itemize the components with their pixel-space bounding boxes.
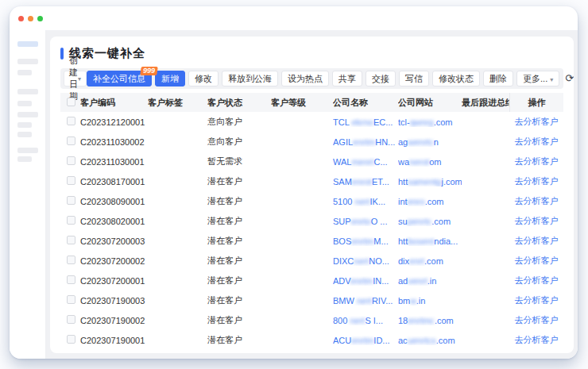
analyze-customer-link[interactable]: 去分析客户 <box>509 195 563 207</box>
sidebar-item-2[interactable] <box>17 70 32 75</box>
sidebar-item-7[interactable] <box>17 132 32 137</box>
cell-company-name: SUPenrtoO ... <box>333 217 398 226</box>
table-row: C202312120001意向客户TCL ekrnoEC...tcl-qwnrg… <box>60 112 563 132</box>
table-row: C202307200002潜在客户DIXCnertNO...dixenrt.co… <box>60 251 563 271</box>
cell-customer-status: 潜在客户 <box>207 195 271 207</box>
toolbar-button-6[interactable]: 写信 <box>399 71 429 86</box>
cell-text: BMW <box>333 296 357 306</box>
cell-text: EC... <box>373 117 393 127</box>
row-checkbox[interactable] <box>67 236 75 244</box>
cell-text: su <box>398 217 408 226</box>
refresh-icon[interactable]: ⟳ <box>563 71 574 86</box>
analyze-customer-link[interactable]: 去分析客户 <box>509 116 563 128</box>
row-checkbox[interactable] <box>67 295 75 304</box>
row-checkbox[interactable] <box>67 156 75 165</box>
toolbar-button-7[interactable]: 修改状态 <box>432 71 480 86</box>
action-cell: 去分析客户 <box>509 136 563 148</box>
cell-text: bm <box>398 296 410 306</box>
toolbar-button-3[interactable]: 设为热点 <box>281 71 329 86</box>
sidebar-item-8[interactable] <box>17 148 38 153</box>
cell-text: .com <box>425 197 444 206</box>
table-row: C202307190003潜在客户BMW nertRIV...bmw.in去分析… <box>60 290 563 310</box>
cell-customer-code: C202311030001 <box>80 157 148 167</box>
redacted-text: ekrno <box>351 117 373 127</box>
row-checkbox[interactable] <box>67 176 75 185</box>
row-checkbox[interactable] <box>67 275 75 284</box>
sidebar-item-9[interactable] <box>17 156 32 162</box>
close-window-icon[interactable] <box>18 16 24 21</box>
select-all-checkbox[interactable] <box>67 98 75 106</box>
analyze-customer-link[interactable]: 去分析客户 <box>509 136 563 148</box>
analyze-customer-link[interactable]: 去分析客户 <box>509 215 563 227</box>
sidebar-item-1[interactable] <box>17 59 38 64</box>
row-checkbox[interactable] <box>67 335 75 344</box>
cell-customer-status: 潜在客户 <box>207 235 271 247</box>
toolbar-button-4[interactable]: 共享 <box>332 71 362 86</box>
analyze-customer-link[interactable]: 去分析客户 <box>509 275 563 286</box>
row-checkbox[interactable] <box>67 117 75 125</box>
cell-text: 18 <box>398 316 408 325</box>
column-header-7: 最后跟进总结 <box>462 97 509 109</box>
complete-company-info-button[interactable]: 补全公司信息 999 <box>87 71 152 86</box>
cell-company-name: TCL ekrnoEC... <box>333 117 398 127</box>
cell-text: RIV... <box>372 296 393 306</box>
cell-text: 800 <box>333 316 350 325</box>
row-checkbox[interactable] <box>67 136 75 145</box>
table-header: 客户编码客户标签客户状态客户等级公司名称公司网站最后跟进总结操作 <box>60 93 563 112</box>
row-checkbox[interactable] <box>67 216 75 225</box>
cell-text: ndia... <box>434 236 458 246</box>
date-filter-select[interactable]: 创建日期 ▾ <box>64 71 87 86</box>
action-cell: 去分析客户 <box>509 175 563 187</box>
sidebar-item-6[interactable] <box>17 122 32 128</box>
redacted-text: nert <box>355 197 370 206</box>
cell-company-name: WALmenrtC... <box>333 157 398 167</box>
redacted-text: qwnrg <box>410 117 434 127</box>
row-checkbox[interactable] <box>67 315 75 324</box>
row-checkbox[interactable] <box>67 196 75 205</box>
minimize-window-icon[interactable] <box>28 16 33 21</box>
more-button[interactable]: 更多... ▾ <box>516 71 559 86</box>
add-button[interactable]: 新增 <box>155 71 185 86</box>
maximize-window-icon[interactable] <box>37 16 43 21</box>
analyze-customer-link[interactable]: 去分析客户 <box>509 314 563 326</box>
analyze-customer-link[interactable]: 去分析客户 <box>509 175 563 187</box>
analyze-customer-link[interactable]: 去分析客户 <box>509 235 563 247</box>
cell-customer-status: 意向客户 <box>207 136 271 148</box>
analyze-customer-link[interactable]: 去分析客户 <box>509 334 563 346</box>
row-checkbox[interactable] <box>67 256 75 264</box>
cell-company-website: dixenrt.com <box>398 256 462 266</box>
cell-customer-code: C202311030002 <box>80 137 148 147</box>
toolbar-button-1[interactable]: 修改 <box>188 71 219 86</box>
title-accent-bar <box>60 48 64 60</box>
toolbar-button-5[interactable]: 交接 <box>366 71 396 86</box>
column-header-2: 客户标签 <box>148 97 207 109</box>
date-filter-value: 创建日期 <box>69 55 78 102</box>
analyze-customer-link[interactable]: 去分析客户 <box>509 255 563 267</box>
cell-text: om <box>429 157 441 167</box>
toolbar-button-2[interactable]: 释放到公海 <box>222 71 278 86</box>
action-cell: 去分析客户 <box>509 156 563 167</box>
analyze-customer-link[interactable]: 去分析客户 <box>509 294 563 306</box>
complete-company-info-label: 补全公司信息 <box>93 74 145 83</box>
redacted-text: nerot <box>409 157 429 167</box>
checkbox-cell <box>60 196 80 206</box>
toolbar-button-8[interactable]: 删除 <box>483 71 513 86</box>
table-row: C202307190001潜在客户ACUenrtmID...acuenrtcs.… <box>60 330 563 350</box>
sidebar-item-5[interactable] <box>17 112 38 117</box>
cell-company-website: acuenrtcs.com <box>398 336 462 345</box>
checkbox-cell <box>60 275 80 286</box>
redacted-text: enrot <box>352 177 372 186</box>
sidebar-item-4[interactable] <box>17 101 32 106</box>
cell-text: BOS <box>333 236 351 246</box>
analyze-customer-link[interactable]: 去分析客户 <box>509 156 563 167</box>
cell-company-website: tcl-qwnrg.com <box>398 117 462 127</box>
cell-text: IK... <box>370 197 386 206</box>
sidebar-item-active[interactable] <box>17 41 38 47</box>
table-row: C202308020001潜在客户SUPenrtoO ...supenrtc.c… <box>60 211 563 231</box>
sidebar-item-3[interactable] <box>17 89 38 94</box>
cell-text: SAM <box>333 177 352 186</box>
redacted-text: uenrtcs <box>408 336 436 345</box>
redacted-text: menrt <box>351 157 373 167</box>
page-title-row: 线索一键补全 <box>60 46 563 60</box>
column-header-3: 客户状态 <box>207 97 271 109</box>
